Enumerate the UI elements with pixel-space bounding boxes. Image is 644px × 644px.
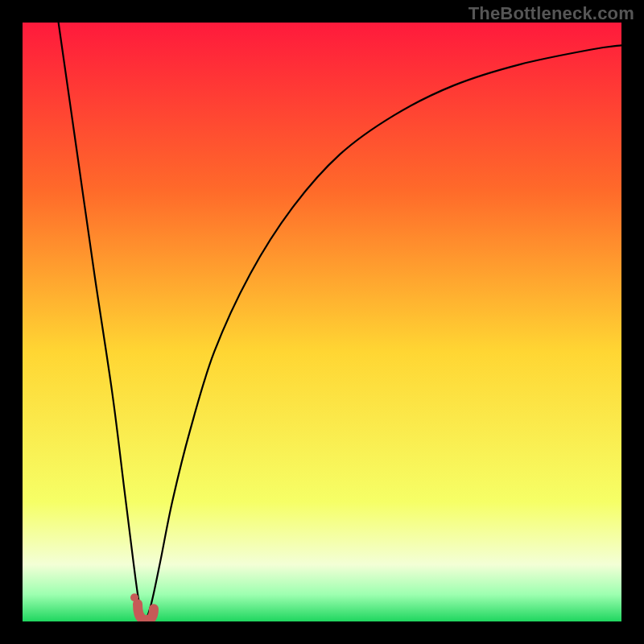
bottleneck-chart xyxy=(23,23,621,621)
minimum-marker-dot xyxy=(130,593,138,601)
gradient-background xyxy=(23,23,621,621)
chart-frame xyxy=(23,23,621,621)
watermark-text: TheBottleneck.com xyxy=(469,3,634,24)
